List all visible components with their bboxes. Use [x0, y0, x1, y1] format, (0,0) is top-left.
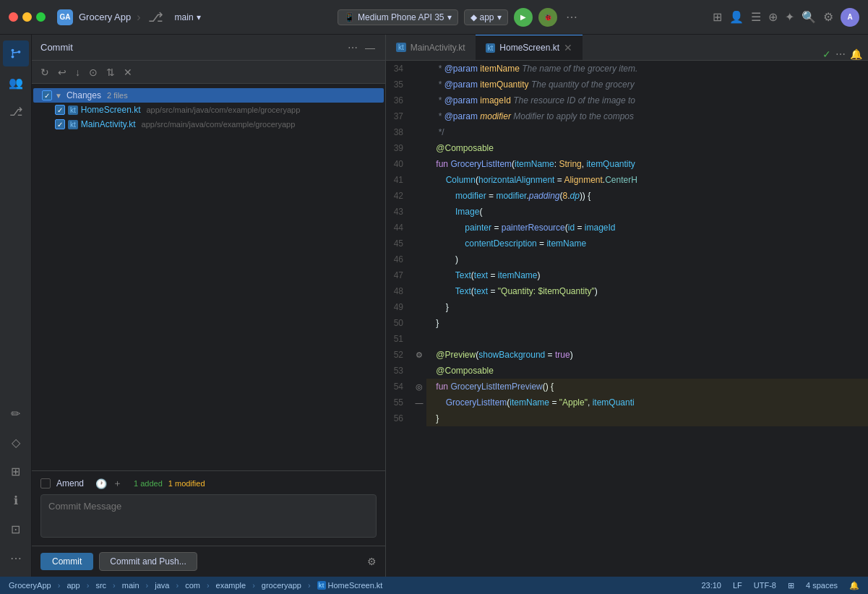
sb-main-label: main — [122, 581, 139, 590]
mainactivity-filename: MainActivity.kt — [81, 119, 136, 129]
panel-collapse-icon[interactable]: — — [364, 40, 377, 55]
app-target-selector[interactable]: ◆ app ▾ — [464, 9, 508, 25]
actions-settings-icon[interactable]: ⚙ — [367, 556, 377, 567]
minimize-button[interactable] — [22, 12, 32, 22]
add-icon[interactable]: ＋ — [113, 477, 122, 490]
tab-notif-icon[interactable]: 🔔 — [850, 48, 862, 60]
activity-people-icon[interactable]: 👥 — [3, 69, 29, 95]
svg-point-0 — [11, 49, 14, 52]
clock-icon[interactable]: 🕐 — [95, 478, 107, 489]
sb-app[interactable]: app — [64, 581, 82, 590]
search-icon[interactable]: 🔍 — [802, 10, 816, 24]
chevron-down-icon: ▾ — [447, 12, 452, 22]
sb-homescreen-label: HomeScreen.kt — [328, 581, 383, 590]
assistant-icon[interactable]: ✦ — [785, 10, 794, 24]
sb-notifications[interactable]: 🔔 — [846, 581, 862, 590]
vcs-operations-icon[interactable]: ⊞ — [713, 10, 722, 24]
changes-group: ✓ ▼ Changes 2 files ✓ kt HomeScreen.kt a… — [32, 87, 385, 133]
debug-button[interactable]: 🐞 — [538, 8, 557, 27]
sb-sep: › — [176, 581, 179, 590]
sb-com[interactable]: com — [182, 581, 203, 590]
settings-icon[interactable]: ⚙ — [823, 10, 833, 24]
sb-indent[interactable]: 4 spaces — [803, 581, 841, 590]
code-line-45: 45 contentDescription = itemName — [386, 236, 868, 251]
expand-icon[interactable]: ⇅ — [103, 64, 118, 80]
user-avatar[interactable]: A — [841, 8, 859, 27]
code-line-48: 48 Text(text = "Quantity: $itemQuantity"… — [386, 283, 868, 299]
plugins-icon[interactable]: ⊕ — [768, 10, 778, 24]
main-layout: 👥 ⎇ ✏ ◇ ⊞ ℹ ⊡ ⋯ Commit ⋯ — ↻ ↩ ↓ ⊙ ⇅ ✕ — [0, 35, 868, 577]
chevron-down-icon: ▾ — [197, 12, 201, 22]
sb-sep: › — [252, 581, 255, 590]
activity-diamond-icon[interactable]: ◇ — [3, 429, 29, 455]
sb-sep: › — [146, 581, 149, 590]
kotlin-badge: kt — [486, 43, 496, 53]
changes-group-header[interactable]: ✓ ▼ Changes 2 files — [33, 88, 384, 103]
tab-mainactivity[interactable]: kt MainActivity.kt — [386, 35, 476, 60]
profile-icon[interactable]: 👤 — [729, 10, 744, 24]
group-checkbox[interactable]: ✓ — [42, 90, 52, 100]
sb-example[interactable]: example — [213, 581, 249, 590]
more-options-icon[interactable]: ⋯ — [563, 9, 580, 25]
sb-position[interactable]: 23:10 — [698, 581, 724, 590]
homescreen-filepath: app/src/main/java/com/example/groceryapp — [146, 106, 300, 114]
sb-main[interactable]: main — [119, 581, 142, 590]
commit-push-button[interactable]: Commit and Push... — [99, 552, 197, 571]
device-name: Medium Phone API 35 — [358, 12, 444, 22]
sb-groceryapp-pkg[interactable]: groceryapp — [259, 581, 304, 590]
homescreen-checkbox[interactable]: ✓ — [55, 105, 65, 115]
branch-selector[interactable]: main ▾ — [171, 11, 205, 24]
editor-tabs: kt MainActivity.kt kt HomeScreen.kt ✕ ✓ … — [386, 35, 868, 61]
panel-title: Commit — [40, 42, 340, 53]
tab-check-icon[interactable]: ✓ — [822, 48, 831, 60]
bell-icon: 🔔 — [849, 581, 859, 590]
tree-item-homescreen[interactable]: ✓ kt HomeScreen.kt app/src/main/java/com… — [32, 103, 385, 117]
activity-info-icon[interactable]: ℹ — [3, 487, 29, 513]
tree-item-mainactivity[interactable]: ✓ kt MainActivity.kt app/src/main/java/c… — [32, 117, 385, 132]
sb-src[interactable]: src — [93, 581, 109, 590]
kotlin-badge: kt — [396, 43, 406, 52]
sb-homescreen-file[interactable]: kt HomeScreen.kt — [314, 581, 386, 590]
sb-column-selector[interactable]: ⊞ — [785, 581, 797, 590]
amend-label: Amend — [56, 478, 84, 488]
device-selector[interactable]: 📱 Medium Phone API 35 ▾ — [338, 9, 457, 25]
app-target: app — [480, 12, 494, 22]
download-icon[interactable]: ↓ — [72, 64, 83, 80]
maximize-button[interactable] — [36, 12, 46, 22]
activity-git-icon[interactable] — [3, 40, 29, 66]
sb-java-label: java — [155, 581, 169, 590]
activity-bottom-icons[interactable]: ⋯ — [3, 545, 29, 571]
run-button[interactable]: ▶ — [514, 8, 533, 27]
sb-sep: › — [308, 581, 311, 590]
tab-homescreen[interactable]: kt HomeScreen.kt ✕ — [476, 35, 583, 60]
activity-branch-icon[interactable]: ⎇ — [3, 98, 29, 124]
activity-pen-icon[interactable]: ✏ — [3, 400, 29, 426]
refresh-icon[interactable]: ↻ — [38, 64, 52, 80]
code-area[interactable]: 34 * @param itemName The name of the gro… — [386, 61, 868, 577]
commit-button[interactable]: Commit — [40, 553, 93, 570]
activity-layers-icon[interactable]: ⊞ — [3, 458, 29, 484]
tab-more-icon[interactable]: ⋯ — [835, 48, 846, 60]
tasks-icon[interactable]: ☰ — [751, 10, 761, 24]
tab-close-icon[interactable]: ✕ — [564, 42, 572, 53]
commit-message-input[interactable] — [40, 494, 377, 538]
amend-checkbox[interactable] — [40, 478, 51, 488]
sb-groceryapp[interactable]: GroceryApp — [6, 581, 54, 590]
sb-encoding[interactable]: UTF-8 — [751, 581, 779, 590]
bug-icon: 🐞 — [543, 13, 552, 21]
activity-terminal-icon[interactable]: ⊡ — [3, 516, 29, 542]
mainactivity-checkbox[interactable]: ✓ — [55, 119, 65, 129]
undo-icon[interactable]: ↩ — [55, 64, 69, 80]
close-toolbar-icon[interactable]: ✕ — [121, 64, 135, 80]
sb-line-ending[interactable]: LF — [730, 581, 745, 590]
close-button[interactable] — [9, 12, 18, 22]
sb-java[interactable]: java — [152, 581, 172, 590]
code-line-55: 55 — GroceryListItem(itemName = "Apple",… — [386, 395, 868, 410]
panel-options-icon[interactable]: ⋯ — [346, 40, 359, 55]
sb-example-label: example — [216, 581, 246, 590]
play-icon: ▶ — [520, 13, 526, 21]
history-icon[interactable]: ⊙ — [86, 64, 100, 80]
commit-actions: Commit Commit and Push... ⚙ — [32, 546, 385, 577]
diff-stats: 1 added 1 modified — [134, 479, 205, 488]
code-line-49: 49 } — [386, 299, 868, 315]
